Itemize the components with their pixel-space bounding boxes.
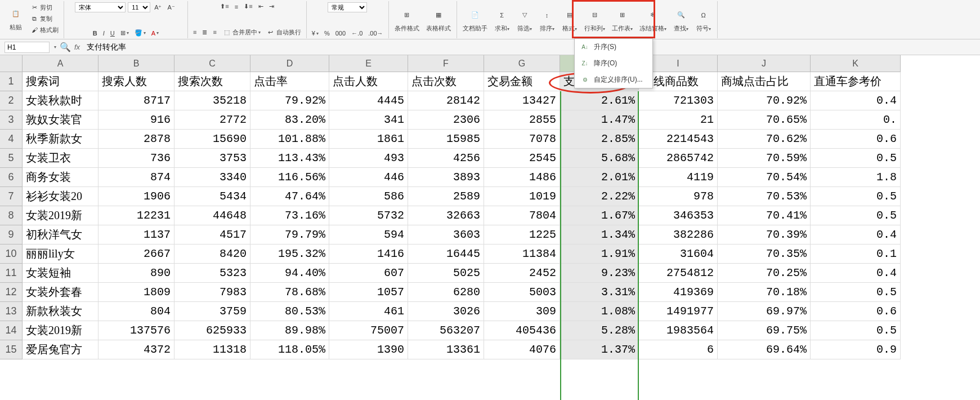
row-header-10[interactable]: 10 [0,245,23,264]
data-cell[interactable]: 461 [329,302,408,321]
data-cell[interactable]: 101.88% [250,130,329,149]
find-button[interactable]: 🔍查找▾ [671,6,691,34]
data-cell[interactable]: 5732 [329,206,408,225]
row-header-13[interactable]: 13 [0,302,23,321]
data-cell[interactable]: 563207 [408,321,484,340]
header-cell[interactable]: 点击次数 [408,72,484,91]
data-cell[interactable]: 3603 [408,225,484,245]
data-cell[interactable]: 5003 [484,283,560,302]
data-cell[interactable]: 4076 [484,340,560,359]
data-cell[interactable]: 15690 [174,130,250,149]
decrease-indent-button[interactable]: ⇤ [257,2,265,11]
data-cell[interactable]: 4445 [329,91,408,110]
data-cell[interactable]: 0. [811,110,901,130]
align-top-button[interactable]: ⬆≡ [218,2,230,11]
header-cell[interactable]: 搜索人数 [99,72,174,91]
data-cell[interactable]: 新款秋装女 [23,302,99,321]
data-cell[interactable]: 32663 [408,206,484,225]
data-cell[interactable]: 83.20% [250,110,329,130]
data-cell[interactable]: 15985 [408,130,484,149]
data-cell[interactable]: 敦奴女装官 [23,110,99,130]
data-cell[interactable]: 7804 [484,206,560,225]
select-all-corner[interactable] [0,55,23,72]
data-cell[interactable]: 69.75% [718,321,811,340]
align-bottom-button[interactable]: ⬇≡ [242,2,254,11]
data-cell[interactable]: 70.59% [718,149,811,168]
data-cell[interactable]: 1.91% [560,245,639,264]
row-col-button[interactable]: ⊟行和列▾ [582,6,607,34]
data-cell[interactable]: 79.92% [250,91,329,110]
row-header-2[interactable]: 2 [0,91,23,110]
data-cell[interactable]: 493 [329,149,408,168]
name-box-dropdown[interactable]: ▾ [54,45,56,50]
data-cell[interactable]: 978 [639,187,718,206]
data-cell[interactable]: 44648 [174,206,250,225]
col-header-J[interactable]: J [718,55,811,72]
header-cell[interactable]: 搜索次数 [174,72,250,91]
data-cell[interactable]: 47.64% [250,187,329,206]
name-box[interactable] [5,42,50,53]
paste-button[interactable]: 📋 粘贴 [6,5,26,33]
data-cell[interactable]: 3759 [174,302,250,321]
data-cell[interactable]: 12231 [99,206,174,225]
data-cell[interactable]: 4517 [174,225,250,245]
data-cell[interactable]: 341 [329,110,408,130]
data-cell[interactable]: 916 [99,110,174,130]
data-cell[interactable]: 70.18% [718,283,811,302]
data-cell[interactable]: 70.65% [718,110,811,130]
data-cell[interactable]: 1861 [329,130,408,149]
row-header-8[interactable]: 8 [0,206,23,225]
filter-button[interactable]: ▽筛选▾ [514,6,535,34]
number-format-select[interactable]: 常规 [328,2,367,12]
decrease-font-button[interactable]: A⁻ [166,3,177,12]
data-cell[interactable]: 3893 [408,168,484,187]
data-cell[interactable]: 5.28% [560,321,639,340]
data-cell[interactable]: 5.68% [560,149,639,168]
data-cell[interactable]: 70.35% [718,245,811,264]
col-header-E[interactable]: E [329,55,408,72]
data-cell[interactable]: 1225 [484,225,560,245]
data-cell[interactable]: 3026 [408,302,484,321]
data-cell[interactable]: 16445 [408,245,484,264]
data-cell[interactable]: 419369 [639,283,718,302]
data-cell[interactable]: 195.32% [250,245,329,264]
data-cell[interactable]: 0.5 [811,187,901,206]
data-cell[interactable]: 89.98% [250,321,329,340]
data-cell[interactable]: 1.67% [560,206,639,225]
conditional-format-button[interactable]: ⊞条件格式 [392,6,422,34]
row-header-3[interactable]: 3 [0,110,23,130]
row-header-1[interactable]: 1 [0,72,23,91]
data-cell[interactable]: 70.25% [718,264,811,283]
data-cell[interactable]: 70.62% [718,130,811,149]
data-cell[interactable]: 2772 [174,110,250,130]
table-style-button[interactable]: ▦表格样式 [424,6,453,34]
data-cell[interactable]: 804 [99,302,174,321]
data-cell[interactable]: 113.43% [250,149,329,168]
data-cell[interactable]: 70.53% [718,187,811,206]
font-size-select[interactable]: 11 [128,2,150,12]
data-cell[interactable]: 2855 [484,110,560,130]
row-header-6[interactable]: 6 [0,168,23,187]
data-cell[interactable]: 秋季新款女 [23,130,99,149]
data-cell[interactable]: 586 [329,187,408,206]
data-cell[interactable]: 0.5 [811,149,901,168]
doc-assistant-button[interactable]: 📄文档助手 [460,6,490,34]
col-header-A[interactable]: A [23,55,99,72]
data-cell[interactable]: 0.9 [811,340,901,359]
symbol-button[interactable]: Ω符号▾ [693,6,714,34]
data-cell[interactable]: 35218 [174,91,250,110]
align-center-button[interactable]: ≣ [200,28,209,37]
data-cell[interactable]: 1416 [329,245,408,264]
align-right-button[interactable]: ≡ [211,28,218,36]
data-cell[interactable]: 1983564 [639,321,718,340]
data-cell[interactable]: 382286 [639,225,718,245]
header-cell[interactable]: 点击人数 [329,72,408,91]
col-header-K[interactable]: K [811,55,901,72]
format-painter-button[interactable]: 🖌格式刷 [28,25,60,35]
data-cell[interactable]: 1019 [484,187,560,206]
data-cell[interactable]: 女装卫衣 [23,149,99,168]
bold-button[interactable]: B [91,29,99,37]
data-cell[interactable]: 1809 [99,283,174,302]
sort-button[interactable]: ↕排序▾ [537,6,557,34]
data-cell[interactable]: 73.16% [250,206,329,225]
